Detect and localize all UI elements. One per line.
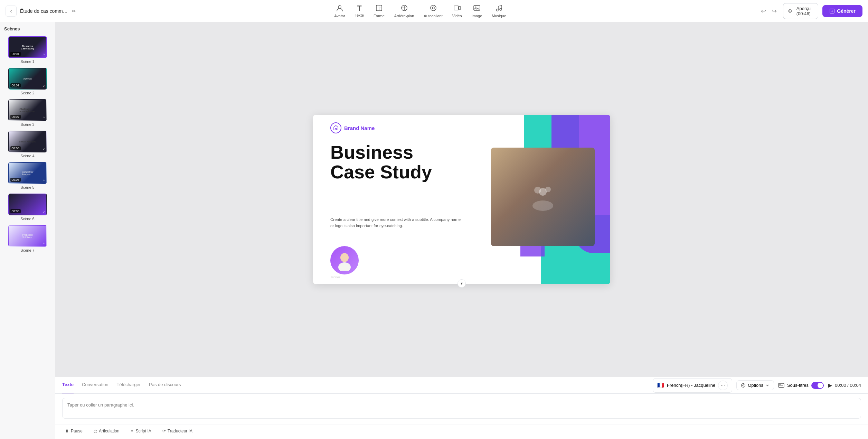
svg-point-12 [496,9,498,11]
toggle-knob [818,383,823,388]
canvas-brand: Brand Name [330,122,375,133]
redo-button[interactable]: ↪ [770,6,779,16]
sidebar-item-scene-3[interactable]: Challengesand Objectives 00:07 ♪ Scène 3 [0,97,55,129]
generate-label: Générer [837,8,856,14]
svg-point-24 [742,383,745,387]
svg-point-22 [532,200,553,211]
play-button[interactable]: ▶ [828,382,832,389]
scene-3-thumb: Challengesand Objectives 00:07 ♪ [8,99,47,121]
sidebar-item-scene-4[interactable]: SWOT Analysis 00:08 ♪ Scène 4 [0,129,55,160]
tool-image[interactable]: Image [472,4,482,18]
tab-pas-de-discours[interactable]: Pas de discours [149,377,181,393]
tool-musique[interactable]: Musique [492,4,506,18]
traducteur-ia-icon: ⟳ [162,429,166,433]
sidebar-item-scene-5[interactable]: CompetitorAnalysis 00:06 ♪ Scène 5 [0,160,55,192]
svg-point-21 [539,188,547,196]
svg-point-8 [432,7,434,9]
canvas-title: Business Case Study [330,142,432,181]
scene-1-music-icon: ♪ [43,52,45,56]
bottom-tools: ⏸ Pause ◎ Articulation ✦ Script IA ⟳ Tra… [55,424,868,439]
topbar-right: ↩ ↪ Aperçu (00:46) Générer [759,3,862,19]
language-more-button[interactable]: ··· [718,381,728,390]
text-input[interactable] [62,398,861,419]
svg-point-7 [431,5,436,11]
scene-6-badge: 00:05 [10,209,21,213]
musique-icon [495,4,503,13]
generate-icon [829,8,835,14]
tool-video[interactable]: Vidéo [452,4,462,18]
brand-icon [330,122,341,133]
language-flag: 🇫🇷 [657,382,664,389]
sidebar-title: Scènes [0,26,55,34]
options-button[interactable]: Options [736,380,774,390]
back-button[interactable]: ‹ [6,6,17,17]
sidebar-item-scene-2[interactable]: Agenda 00:07 ♪ Scène 2 [0,66,55,97]
preview-icon [788,8,792,14]
tool-traducteur-ia[interactable]: ⟳ Traducteur IA [160,427,195,435]
tool-pause[interactable]: ⏸ Pause [62,427,85,435]
svg-point-13 [500,8,502,10]
tab-telecharger[interactable]: Télécharger [117,377,141,393]
preview-button[interactable]: Aperçu (00:46) [783,3,818,19]
sidebar-item-scene-1[interactable]: BusinessCase Study 00:04 ♪ Scène 1 [0,34,55,66]
scene-7-thumb: ProposedSolutions ♪ [8,225,47,247]
scene-2-music-icon: ♪ [43,84,45,87]
svg-point-18 [338,262,351,271]
subtitles-icon [778,383,784,388]
scene-2-badge: 00:07 [10,83,21,87]
scene-7-music-icon: ♪ [43,241,45,245]
canvas-frame[interactable]: Brand Name Business Case Study Create a … [313,115,610,284]
tool-forme[interactable]: Forme [374,4,385,18]
sidebar-item-scene-7[interactable]: ProposedSolutions ♪ Scène 7 [0,223,55,254]
scene-4-music-icon: ♪ [43,147,45,150]
language-selector[interactable]: 🇫🇷 French(FR) - Jacqueline ··· [653,378,732,393]
scene-4-thumb: SWOT Analysis 00:08 ♪ [8,131,47,152]
scene-1-label: Scène 1 [20,59,34,64]
script-ia-icon: ✦ [130,429,134,433]
tool-avatar[interactable]: Avatar [334,4,345,18]
tab-texte[interactable]: Texte [62,377,74,393]
sidebar: Scènes BusinessCase Study 00:04 ♪ Scène … [0,22,55,439]
topbar-left: ‹ Étude de cas commerc... ✏ [6,6,82,17]
canvas-title-line2: Case Study [330,161,432,182]
scene-4-badge: 00:08 [10,146,21,150]
undo-button[interactable]: ↩ [759,6,768,16]
watermark: Vidnoz [331,275,340,279]
scene-7-label: Scène 7 [20,248,34,252]
text-input-area [55,394,868,424]
canvas-photo [491,148,595,246]
tool-forme-label: Forme [374,14,385,18]
tool-script-ia[interactable]: ✦ Script IA [128,427,154,435]
tool-texte[interactable]: T Texte [355,4,364,17]
canvas-area: Brand Name Business Case Study Create a … [55,22,868,439]
tool-autocollant-label: Autocollant [424,14,442,18]
bottom-panel: Texte Conversation Télécharger Pas de di… [55,377,868,439]
canvas-title-line1: Business [330,142,413,162]
options-icon [741,383,746,388]
subtitles-area: Sous-titres [778,382,824,389]
preview-label: Aperçu (00:46) [794,6,813,16]
generate-button[interactable]: Générer [822,5,862,17]
articulation-icon: ◎ [94,429,97,433]
tool-arriere-plan-label: Arrière-plan [394,14,414,18]
bottom-tabs: Texte Conversation Télécharger Pas de di… [55,377,868,394]
chevron-down-button[interactable]: ▾ [457,279,466,288]
svg-marker-15 [790,10,791,12]
edit-icon[interactable]: ✏ [72,8,76,14]
scene-5-thumb: CompetitorAnalysis 00:06 ♪ [8,162,47,184]
tool-autocollant[interactable]: Autocollant [424,4,442,18]
tool-video-label: Vidéo [452,14,462,18]
scene-5-music-icon: ♪ [43,178,45,182]
tool-arriere-plan[interactable]: Arrière-plan [394,4,414,18]
project-title: Étude de cas commerc... [20,8,68,14]
tool-articulation[interactable]: ◎ Articulation [91,427,122,435]
subtitles-toggle[interactable] [811,382,824,389]
script-ia-label: Script IA [135,429,151,433]
canvas-avatar [330,246,359,274]
language-label: French(FR) - Jacqueline [667,383,715,388]
scene-2-label: Scène 2 [20,91,34,95]
sidebar-item-scene-6[interactable]: 00:05 ♪ Scène 6 [0,192,55,223]
scene-4-label: Scène 4 [20,154,34,158]
tab-conversation[interactable]: Conversation [82,377,108,393]
scene-3-label: Scène 3 [20,122,34,127]
